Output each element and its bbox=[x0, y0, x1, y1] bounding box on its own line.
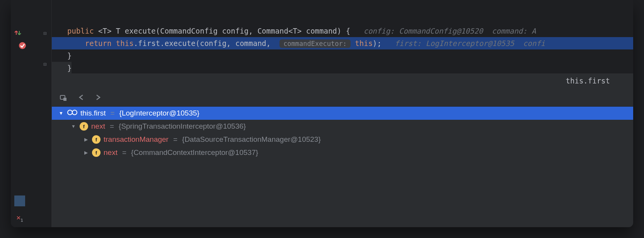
keyword-return: return bbox=[85, 39, 112, 48]
code-line: } bbox=[52, 62, 72, 74]
tool-window-tab[interactable] bbox=[14, 196, 25, 206]
debug-toolbar bbox=[52, 88, 633, 107]
equals-sign: = bbox=[110, 109, 114, 117]
parameter-hint: commandExecutor: bbox=[279, 39, 351, 48]
current-line: return this.first.execute(config, comman… bbox=[52, 37, 633, 49]
new-watch-icon[interactable] bbox=[60, 93, 68, 102]
tree-row[interactable]: ▶ f transactionManager = {DataSourceTran… bbox=[52, 133, 633, 146]
code-line: public <T> T execute(CommandConfig confi… bbox=[52, 25, 633, 37]
generic-decl: <T> T bbox=[98, 27, 125, 35]
debug-header: this.first bbox=[52, 73, 633, 88]
close-brace: } bbox=[67, 51, 72, 60]
close-tool-icon[interactable]: ✕1 bbox=[17, 213, 23, 223]
svg-rect-2 bbox=[63, 98, 66, 101]
variable-value: {DataSourceTransactionManager@10523} bbox=[182, 135, 321, 144]
left-tool-strip: ✕1 bbox=[11, 185, 29, 227]
variable-name: transactionManager bbox=[104, 135, 169, 144]
expander-closed-icon[interactable]: ▶ bbox=[83, 137, 89, 142]
expander-open-icon[interactable]: ▼ bbox=[70, 124, 77, 129]
tree-row-root[interactable]: ▼ this.first = {LogInterceptor@10535} bbox=[52, 107, 633, 120]
breakpoint-icon[interactable] bbox=[19, 42, 26, 49]
variables-tree[interactable]: ▼ this.first = {LogInterceptor@10535} ▼ … bbox=[52, 107, 633, 227]
svg-point-0 bbox=[19, 42, 26, 49]
field-icon: f bbox=[92, 135, 101, 144]
code-line: } bbox=[52, 49, 633, 62]
svg-point-3 bbox=[68, 110, 72, 115]
field-icon: f bbox=[80, 122, 88, 131]
back-arrow-icon[interactable] bbox=[77, 94, 85, 101]
expander-open-icon[interactable]: ▼ bbox=[58, 110, 64, 116]
variable-value: {LogInterceptor@10535} bbox=[119, 109, 199, 117]
variable-name: next bbox=[91, 122, 105, 131]
fold-column: ⊟ ⊟ bbox=[41, 0, 52, 227]
debug-expression-label: this.first bbox=[566, 76, 610, 85]
svg-point-4 bbox=[72, 110, 77, 115]
watch-icon bbox=[67, 109, 77, 118]
variable-name: next bbox=[104, 148, 118, 157]
variable-value: {CommandContextInterceptor@10537} bbox=[131, 148, 258, 157]
expander-closed-icon[interactable]: ▶ bbox=[83, 150, 89, 155]
forward-arrow-icon[interactable] bbox=[94, 94, 102, 101]
ide-window: ⊟ ⊟ public <T> T execute(CommandConfig c… bbox=[11, 0, 633, 227]
code-line bbox=[52, 12, 633, 25]
override-up-icon[interactable] bbox=[14, 29, 22, 37]
call-chain: .first.execute(config, command, bbox=[134, 39, 275, 48]
code-editor[interactable]: public <T> T execute(CommandConfig confi… bbox=[52, 0, 633, 227]
variable-value: {SpringTransactionInterceptor@10536} bbox=[119, 122, 246, 131]
close-brace: } bbox=[67, 64, 72, 72]
method-name: execute bbox=[125, 27, 156, 35]
code-line bbox=[52, 0, 633, 12]
equals-sign: = bbox=[173, 135, 177, 144]
variable-name: this.first bbox=[80, 109, 106, 117]
equals-sign: = bbox=[110, 122, 114, 131]
inline-debug-hint: first: LogInterceptor@10535 confi bbox=[395, 39, 545, 48]
equals-sign: = bbox=[122, 148, 126, 157]
debug-panel: this.first ▼ this.fir bbox=[52, 73, 633, 227]
tree-row[interactable]: ▼ f next = {SpringTransactionInterceptor… bbox=[52, 120, 633, 133]
fold-close-icon[interactable]: ⊟ bbox=[43, 61, 46, 67]
fold-open-icon[interactable]: ⊟ bbox=[43, 30, 46, 36]
keyword-this: this bbox=[355, 39, 373, 48]
method-params: (CommandConfig config, Command<T> comman… bbox=[156, 27, 350, 35]
field-icon: f bbox=[92, 148, 101, 157]
inline-debug-hint: config: CommandConfig@10520 command: A bbox=[363, 27, 536, 35]
tree-row[interactable]: ▶ f next = {CommandContextInterceptor@10… bbox=[52, 146, 633, 159]
stmt-end: ); bbox=[373, 39, 382, 48]
keyword-public: public bbox=[67, 27, 94, 35]
keyword-this: this bbox=[116, 39, 134, 48]
